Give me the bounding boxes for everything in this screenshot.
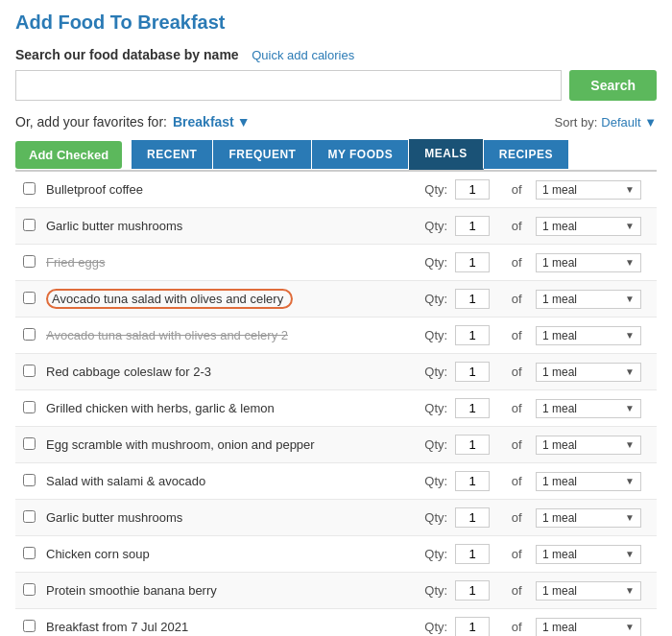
meal-select[interactable]: 1 meal▼: [536, 399, 641, 418]
meal-select[interactable]: 1 meal▼: [536, 217, 641, 236]
food-checkbox[interactable]: [23, 182, 36, 195]
qty-label: Qty:: [411, 427, 451, 463]
food-checkbox[interactable]: [23, 583, 36, 596]
meal-select[interactable]: 1 meal▼: [536, 508, 641, 528]
quick-add-link[interactable]: Quick add calories: [252, 48, 354, 62]
of-label: of: [508, 318, 532, 354]
qty-label: Qty:: [411, 281, 451, 318]
table-row: Chicken corn soupQty:of1 meal▼: [15, 536, 657, 573]
qty-label: Qty:: [411, 609, 451, 637]
sort-dropdown[interactable]: Default ▼: [601, 115, 657, 130]
table-row: Fried eggsQty:of1 meal▼: [15, 245, 657, 281]
sort-label: Sort by:: [555, 115, 598, 130]
meal-select[interactable]: 1 meal▼: [536, 363, 641, 382]
of-label: of: [508, 245, 532, 281]
chevron-down-icon: ▼: [625, 221, 635, 231]
qty-label: Qty:: [411, 573, 451, 609]
meal-select[interactable]: 1 meal▼: [536, 472, 641, 491]
of-label: of: [508, 573, 532, 609]
chevron-down-icon: ▼: [625, 512, 635, 523]
food-name: Bulletproof coffee: [42, 172, 411, 208]
qty-input[interactable]: [455, 544, 490, 564]
food-checkbox[interactable]: [23, 365, 36, 377]
qty-input[interactable]: [455, 289, 490, 309]
meal-select[interactable]: 1 meal▼: [536, 618, 641, 637]
sort-arrow-icon: ▼: [644, 115, 657, 130]
chevron-down-icon: ▼: [625, 184, 635, 195]
qty-input[interactable]: [455, 362, 490, 382]
qty-input[interactable]: [455, 179, 490, 200]
qty-input[interactable]: [455, 398, 490, 418]
chevron-down-icon: ▼: [625, 366, 635, 377]
food-checkbox[interactable]: [23, 437, 36, 450]
food-checkbox[interactable]: [23, 547, 36, 559]
food-checkbox[interactable]: [23, 292, 36, 304]
qty-input[interactable]: [455, 580, 490, 601]
food-checkbox[interactable]: [23, 474, 36, 486]
meal-select[interactable]: 1 meal▼: [536, 253, 641, 272]
of-label: of: [508, 208, 532, 245]
chevron-down-icon: ▼: [625, 439, 635, 450]
table-row: Grilled chicken with herbs, garlic & lem…: [15, 390, 657, 427]
food-name: Garlic butter mushrooms: [42, 500, 411, 536]
table-row: Salad with salami & avocadoQty:of1 meal▼: [15, 463, 657, 500]
meal-select[interactable]: 1 meal▼: [536, 326, 641, 345]
search-input[interactable]: [15, 70, 562, 101]
tab-frequent[interactable]: FREQUENT: [213, 140, 312, 169]
table-row: Avocado tuna salad with olives and celer…: [15, 281, 657, 318]
food-list: Bulletproof coffeeQty:of1 meal▼Garlic bu…: [15, 172, 657, 636]
meal-select[interactable]: 1 meal▼: [536, 581, 641, 601]
qty-input[interactable]: [455, 617, 490, 636]
search-row: Search: [15, 70, 657, 101]
of-label: of: [508, 463, 532, 500]
table-row: Avocado tuna salad with olives and celer…: [15, 318, 657, 354]
food-checkbox[interactable]: [23, 401, 36, 413]
tab-recipes[interactable]: RECIPES: [484, 140, 568, 169]
of-label: of: [508, 390, 532, 427]
food-checkbox[interactable]: [23, 255, 36, 268]
table-row: Egg scramble with mushroom, onion and pe…: [15, 427, 657, 463]
add-checked-button-top[interactable]: Add Checked: [15, 141, 122, 169]
of-label: of: [508, 500, 532, 536]
meal-select[interactable]: 1 meal▼: [536, 180, 641, 200]
table-row: Garlic butter mushroomsQty:of1 meal▼: [15, 500, 657, 536]
chevron-down-icon: ▼: [625, 330, 635, 341]
favorites-row: Or, add your favorites for: Breakfast ▼ …: [15, 114, 657, 130]
qty-input[interactable]: [455, 471, 490, 491]
tabs-row: Add Checked RECENT FREQUENT MY FOODS MEA…: [15, 139, 657, 172]
food-checkbox[interactable]: [23, 620, 36, 632]
table-row: Garlic butter mushroomsQty:of1 meal▼: [15, 208, 657, 245]
food-checkbox[interactable]: [23, 328, 36, 341]
of-label: of: [508, 427, 532, 463]
table-row: Bulletproof coffeeQty:of1 meal▼: [15, 172, 657, 208]
qty-input[interactable]: [455, 216, 490, 236]
tab-my-foods[interactable]: MY FOODS: [312, 140, 409, 169]
food-name: Protein smoothie banana berry: [42, 573, 411, 609]
favorites-label: Or, add your favorites for:: [15, 114, 167, 130]
food-name: Chicken corn soup: [42, 536, 411, 573]
tab-recent[interactable]: RECENT: [132, 140, 213, 169]
qty-input[interactable]: [455, 507, 490, 528]
food-checkbox[interactable]: [23, 219, 36, 231]
food-name: Breakfast from 7 Jul 2021: [42, 609, 411, 637]
food-name: Fried eggs: [42, 245, 411, 281]
of-label: of: [508, 609, 532, 637]
chevron-down-icon: ▼: [625, 257, 635, 268]
search-button[interactable]: Search: [569, 70, 657, 101]
qty-input[interactable]: [455, 252, 490, 272]
meal-select[interactable]: 1 meal▼: [536, 436, 641, 455]
meal-select[interactable]: 1 meal▼: [536, 290, 641, 309]
food-name: Grilled chicken with herbs, garlic & lem…: [42, 390, 411, 427]
favorites-meal-dropdown[interactable]: Breakfast ▼: [173, 114, 251, 130]
food-checkbox[interactable]: [23, 510, 36, 523]
table-row: Breakfast from 7 Jul 2021Qty:of1 meal▼: [15, 609, 657, 637]
meal-select[interactable]: 1 meal▼: [536, 545, 641, 564]
food-name: Avocado tuna salad with olives and celer…: [42, 318, 411, 354]
chevron-down-icon: ▼: [625, 403, 635, 413]
tab-meals[interactable]: MEALS: [409, 139, 484, 170]
qty-label: Qty:: [411, 245, 451, 281]
qty-label: Qty:: [411, 390, 451, 427]
qty-input[interactable]: [455, 325, 490, 345]
qty-label: Qty:: [411, 463, 451, 500]
qty-input[interactable]: [455, 435, 490, 455]
